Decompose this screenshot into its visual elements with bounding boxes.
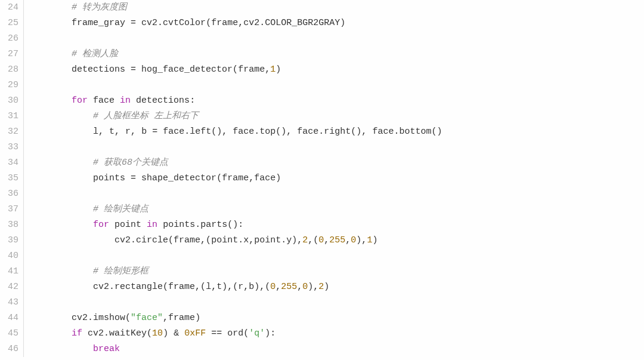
token-punct: . [157,18,163,28]
line-number: 29 [7,78,18,93]
line-number: 27 [7,47,18,62]
line-number: 26 [7,31,18,47]
token-punct: ) [195,313,200,323]
token-punct: , [297,282,302,292]
token-number: 1 [270,64,275,75]
token-punct: () [431,127,442,137]
code-line [29,295,644,310]
token-punct: (), [351,127,372,137]
code-line: for face in detections: [29,93,644,109]
token-punct: . [88,313,93,323]
token-name: l [206,282,211,292]
line-number: 38 [7,217,18,233]
token-name: r [125,127,131,137]
code-line [29,140,644,155]
line-number: 46 [7,341,18,357]
token-name: shape_detector [141,173,216,183]
token-punct: ( [243,328,249,339]
token-name: frame [238,64,265,75]
token-punct [222,328,227,339]
line-number: 39 [7,233,18,248]
token-punct: ( [206,18,211,28]
line-number: 43 [7,295,18,310]
token-op: == [211,328,222,339]
token-punct: , [98,127,109,137]
token-punct [109,220,114,230]
token-punct [206,328,211,339]
token-name: frame [174,235,200,245]
token-name: face [254,173,275,183]
token-punct: ( [147,328,152,339]
line-number: 40 [7,248,18,264]
code-line: cv2.rectangle(frame,(l,t),(r,b),(0,255,0… [29,279,644,295]
token-punct [141,220,147,230]
line-number: 37 [7,202,18,217]
token-name: point [114,220,141,230]
token-punct: . [109,282,114,292]
token-punct: . [184,127,190,137]
token-name: imshow [93,313,125,323]
token-keyword: in [120,96,131,106]
token-punct: . [259,18,265,28]
code-area[interactable]: # 转为灰度图 frame_gray = cv2.cvtColor(frame,… [24,0,644,357]
token-punct: ( [168,235,174,245]
token-punct: , [345,235,351,245]
token-punct: , [249,173,254,183]
line-number-gutter: 2425262728293031323334353637383940414243… [0,0,24,357]
token-punct: ) [163,328,174,339]
code-line: cv2.circle(frame,(point.x,point.y),2,(0,… [29,233,644,248]
token-op: = [131,18,136,28]
token-punct [82,328,88,339]
token-op: = [131,64,136,75]
token-punct: . [104,328,109,339]
token-punct: ( [125,313,131,323]
token-name: face [233,127,254,137]
token-punct: ,( [308,235,318,245]
token-punct: , [265,64,270,75]
token-string: 'q' [249,328,265,339]
line-number: 35 [7,171,18,186]
token-name: face [372,127,394,137]
token-punct: , [163,313,168,323]
token-number: 2 [318,282,324,292]
token-name: frame [168,313,195,323]
code-line: # 检测人脸 [29,47,644,62]
token-punct: ), [292,235,302,245]
code-line: # 绘制矩形框 [29,264,644,279]
code-line: # 转为灰度图 [29,0,644,16]
token-number: 255 [281,282,297,292]
token-punct: ),( [254,282,270,292]
line-number: 25 [7,16,18,31]
token-name: top [259,127,275,137]
code-line [29,186,644,202]
token-name: frame_gray [72,18,125,28]
token-comment: # 绘制矩形框 [93,266,148,276]
token-keyword: break [93,344,120,354]
token-name: face [163,127,184,137]
code-line: cv2.imshow("face",frame) [29,310,644,326]
token-punct: ),( [222,282,238,292]
token-punct: , [238,18,243,28]
code-line: for point in points.parts(): [29,217,644,233]
token-punct: ) [275,64,281,75]
token-punct: ), [356,235,367,245]
token-name: cv2 [141,18,157,28]
token-punct [125,173,131,183]
token-name: b [141,127,147,137]
token-number: 10 [152,328,163,339]
token-builtin: ord [227,328,243,339]
token-punct: ), [308,282,318,292]
token-name: cv2 [114,235,131,245]
token-name: bottom [399,127,431,137]
token-punct [179,328,184,339]
code-line [29,78,644,93]
code-line: # 获取68个关键点 [29,155,644,171]
token-punct [157,220,163,230]
token-numhex: 0xFF [184,328,206,339]
line-number: 30 [7,93,18,109]
line-number: 33 [7,140,18,155]
code-line: # 人脸框坐标 左上和右下 [29,109,644,124]
token-number: 255 [329,235,345,245]
token-name: COLOR_BGR2GRAY [265,18,340,28]
token-name: point [211,235,238,245]
